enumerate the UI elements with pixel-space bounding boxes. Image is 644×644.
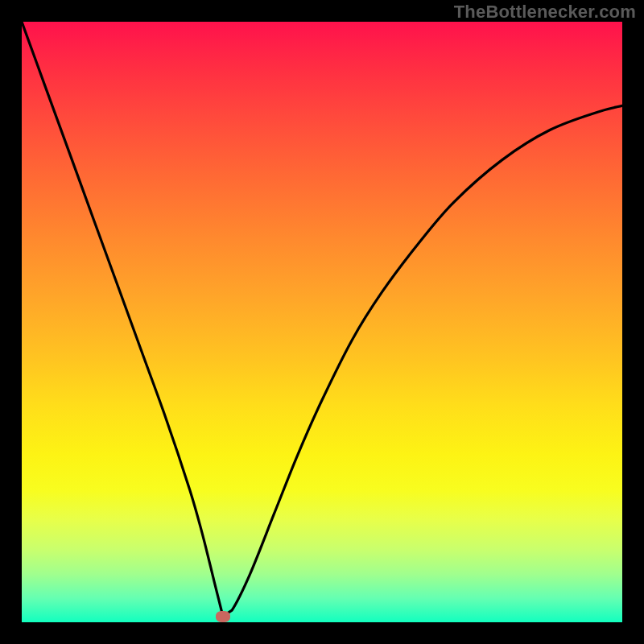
plot-area bbox=[22, 22, 622, 622]
chart-frame: TheBottlenecker.com bbox=[0, 0, 644, 644]
bottleneck-curve bbox=[22, 22, 622, 622]
attribution-label: TheBottlenecker.com bbox=[454, 2, 636, 23]
optimal-point-marker bbox=[216, 611, 230, 622]
